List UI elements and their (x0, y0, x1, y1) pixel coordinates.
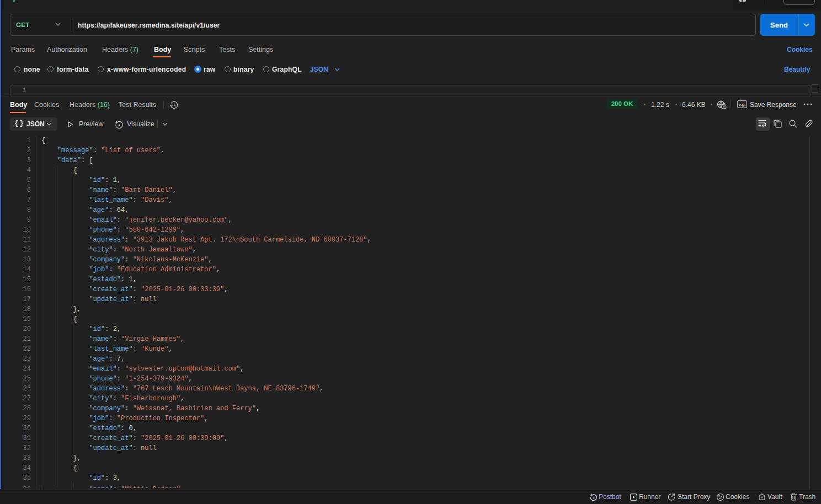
svg-text:e.g.: e.g. (739, 102, 746, 107)
